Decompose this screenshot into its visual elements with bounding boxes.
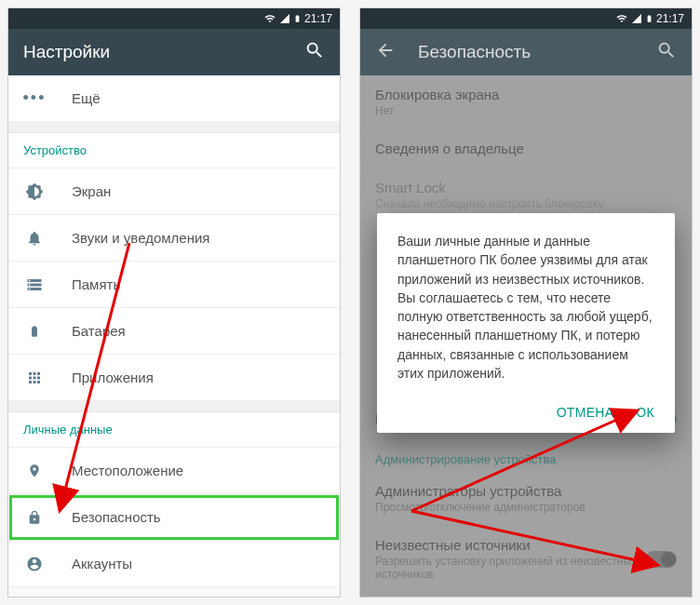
appbar: Безопасность xyxy=(360,29,692,75)
row-apps[interactable]: Приложения xyxy=(8,355,340,401)
more-icon: ••• xyxy=(23,88,46,108)
row-battery[interactable]: Батарея xyxy=(8,308,340,355)
row-display[interactable]: Экран xyxy=(8,168,340,215)
statusbar-time: 21:17 xyxy=(304,12,332,25)
phone-right: 21:17 Безопасность Блокировка экрана Нет… xyxy=(359,7,693,598)
statusbar-time: 21:17 xyxy=(656,12,684,25)
cancel-button[interactable]: ОТМЕНА xyxy=(557,405,614,420)
row-label: Безопасность xyxy=(72,509,161,525)
row-label: Приложения xyxy=(72,370,154,385)
signal-icon xyxy=(631,13,642,24)
battery-icon xyxy=(293,12,302,25)
signal-icon xyxy=(279,13,290,24)
section-device: Устройство xyxy=(8,133,340,168)
dialog-body: Ваши личные данные и данные планшетного … xyxy=(397,232,654,383)
row-memory[interactable]: Память xyxy=(8,262,340,308)
lock-icon xyxy=(23,508,46,527)
row-location[interactable]: Местоположение xyxy=(8,448,340,494)
bell-icon xyxy=(23,230,46,247)
row-sound[interactable]: Звуки и уведомления xyxy=(8,215,340,262)
row-label: Аккаунты xyxy=(72,556,132,571)
statusbar: 21:17 xyxy=(8,8,340,29)
section-personal: Личные данные xyxy=(8,412,340,448)
row-label: Батарея xyxy=(72,323,126,339)
row-label: Звуки и уведомления xyxy=(72,230,209,246)
row-label: Ещё xyxy=(72,90,101,106)
statusbar: 21:17 xyxy=(360,8,692,29)
back-icon[interactable] xyxy=(375,40,396,65)
apps-icon xyxy=(23,370,46,386)
search-icon[interactable] xyxy=(304,40,325,65)
wifi-icon xyxy=(263,13,276,24)
section-gap xyxy=(8,122,340,133)
appbar: Настройки xyxy=(8,29,340,75)
row-label: Память xyxy=(72,276,120,292)
section-gap xyxy=(8,401,340,412)
row-label: Экран xyxy=(72,183,111,199)
settings-list[interactable]: ••• Ещё Устройство Экран Звуки и уведомл… xyxy=(8,75,340,597)
wifi-icon xyxy=(615,13,628,24)
confirmation-dialog: Ваши личные данные и данные планшетного … xyxy=(377,213,675,433)
storage-icon xyxy=(23,276,46,293)
row-label: Местоположение xyxy=(72,463,183,478)
page-title: Безопасность xyxy=(418,42,656,62)
location-icon xyxy=(23,462,46,480)
battery-icon xyxy=(23,322,46,341)
display-icon xyxy=(23,182,46,201)
page-title: Настройки xyxy=(23,42,304,62)
row-more[interactable]: ••• Ещё xyxy=(8,75,340,122)
battery-icon xyxy=(645,12,653,25)
row-accounts[interactable]: Аккаунты xyxy=(8,541,340,587)
dialog-actions: ОТМЕНА ОК xyxy=(397,399,654,425)
ok-button[interactable]: ОК xyxy=(636,405,654,420)
search-icon[interactable] xyxy=(656,40,677,65)
phone-left: 21:17 Настройки ••• Ещё Устройство Экран… xyxy=(7,7,341,598)
row-security[interactable]: Безопасность xyxy=(8,494,340,541)
account-icon xyxy=(23,556,46,572)
